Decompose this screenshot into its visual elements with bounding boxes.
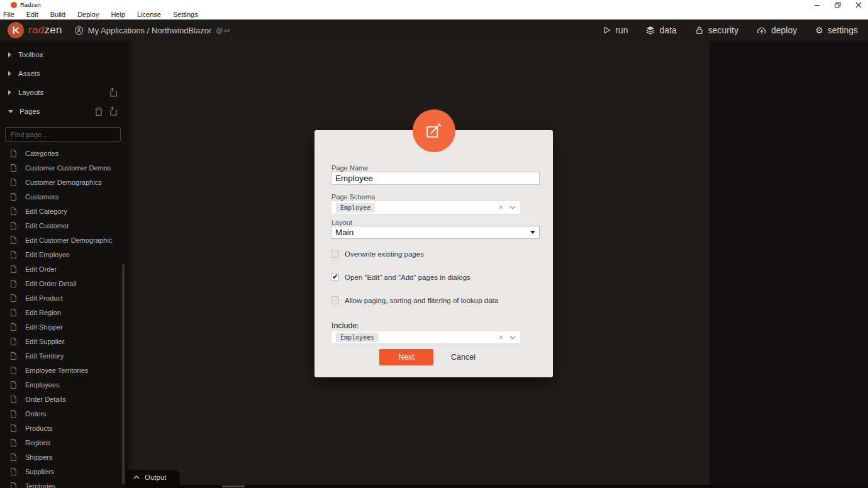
- sidebar-section-toolbox[interactable]: Toolbox: [0, 45, 126, 64]
- page-name-label: Page Name: [331, 164, 368, 172]
- page-icon: [9, 337, 17, 346]
- radzen-app-window: Radzen File Edit Build Deploy Help Licen…: [0, 0, 868, 488]
- breadcrumb[interactable]: My Applications / NorthwindBlazor @ c#: [74, 26, 230, 35]
- cancel-button[interactable]: Cancel: [451, 349, 476, 365]
- page-list-item-orders[interactable]: Orders: [0, 406, 126, 421]
- page-list-item-edit-customer[interactable]: Edit Customer: [0, 218, 126, 233]
- minimize-icon[interactable]: [814, 2, 820, 8]
- page-list-item-regions[interactable]: Regions: [0, 435, 126, 450]
- menu-help[interactable]: Help: [111, 11, 125, 18]
- data-button[interactable]: data: [646, 25, 676, 35]
- restore-icon[interactable]: [835, 2, 841, 8]
- page-list-item-categories[interactable]: Categories: [0, 146, 126, 160]
- page-icon: [9, 366, 17, 375]
- chevron-right-icon: [8, 52, 11, 57]
- overwrite-row: Overwrite existing pages: [331, 250, 424, 258]
- close-icon[interactable]: [855, 2, 862, 8]
- page-name-input[interactable]: [331, 172, 540, 185]
- page-list-item-edit-order-detail[interactable]: Edit Order Detail: [0, 276, 126, 291]
- security-button[interactable]: security: [695, 25, 738, 35]
- my-applications-icon: [74, 26, 84, 35]
- page-list-item-suppliers[interactable]: Suppliers: [0, 464, 126, 479]
- open-in-dialogs-checkbox[interactable]: [331, 273, 339, 281]
- deploy-button[interactable]: deploy: [757, 25, 797, 35]
- page-icon: [9, 250, 17, 259]
- page-list-item-territories[interactable]: Territories: [0, 479, 126, 488]
- page-list-item-order-details[interactable]: Order Details: [0, 392, 126, 406]
- sidebar-scrollbar[interactable]: [122, 264, 125, 484]
- page-list-item-edit-territory[interactable]: Edit Territory: [0, 348, 126, 363]
- page-icon: [9, 279, 17, 288]
- find-page-input[interactable]: [5, 127, 121, 141]
- page-icon: [9, 164, 17, 172]
- chevron-down-icon[interactable]: [509, 336, 516, 340]
- design-canvas: Page Name Page Schema Employee × Layout …: [126, 41, 709, 488]
- overwrite-checkbox[interactable]: [331, 250, 339, 258]
- page-icon: [9, 149, 17, 158]
- cloud-upload-icon: [757, 26, 767, 35]
- page-list-item-employees[interactable]: Employees: [0, 377, 126, 392]
- run-button[interactable]: run: [604, 25, 628, 35]
- page-list-item-edit-supplier[interactable]: Edit Supplier: [0, 334, 126, 348]
- include-picker[interactable]: Employees ×: [331, 331, 521, 344]
- menu-settings[interactable]: Settings: [173, 11, 198, 18]
- horizontal-scrollbar[interactable]: [222, 485, 245, 487]
- menu-license[interactable]: License: [137, 11, 161, 18]
- breadcrumb-text: My Applications / NorthwindBlazor: [88, 26, 212, 35]
- page-list-item-shippers[interactable]: Shippers: [0, 450, 126, 464]
- new-layout-icon[interactable]: [109, 87, 118, 97]
- sidebar-section-pages[interactable]: Pages: [0, 102, 126, 121]
- delete-pages-icon[interactable]: [94, 106, 103, 116]
- page-list-item-edit-order[interactable]: Edit Order: [0, 262, 126, 276]
- layout-select[interactable]: Main: [331, 226, 540, 239]
- clear-icon[interactable]: ×: [499, 333, 503, 342]
- page-list-item-edit-category[interactable]: Edit Category: [0, 204, 126, 218]
- chevron-right-icon: [8, 71, 11, 76]
- layers-icon: [646, 26, 655, 35]
- sidebar-section-assets[interactable]: Assets: [0, 64, 126, 83]
- chevron-right-icon: [8, 90, 11, 95]
- radzen-app-icon: [11, 2, 17, 8]
- menu-edit[interactable]: Edit: [26, 11, 38, 18]
- page-list-item-edit-region[interactable]: Edit Region: [0, 305, 126, 319]
- page-list-item-edit-customer-demographic[interactable]: Edit Customer Demographic: [0, 233, 126, 247]
- dropdown-arrow-icon: [530, 231, 535, 234]
- logo-text-rad: rad: [28, 24, 44, 36]
- page-icon: [9, 395, 17, 404]
- new-page-icon[interactable]: [109, 106, 118, 116]
- menu-file[interactable]: File: [3, 11, 14, 18]
- page-list-item-products[interactable]: Products: [0, 421, 126, 435]
- page-icon: [9, 323, 17, 331]
- allow-paging-checkbox[interactable]: [331, 296, 339, 304]
- page-icon: [9, 294, 17, 302]
- lock-icon: [695, 26, 704, 35]
- page-list-item-employee-territories[interactable]: Employee Territories: [0, 363, 126, 377]
- page-icon: [9, 207, 17, 216]
- clear-icon[interactable]: ×: [499, 203, 503, 212]
- chevron-down-icon[interactable]: [509, 206, 516, 209]
- page-list-item-customer-customer-demos[interactable]: Customer Customer Demos: [0, 160, 126, 175]
- page-icon: [9, 453, 17, 462]
- new-page-dialog: Page Name Page Schema Employee × Layout …: [314, 130, 553, 377]
- page-list-item-customers[interactable]: Customers: [0, 189, 126, 204]
- page-icon: [9, 409, 17, 418]
- page-list-item-edit-shipper[interactable]: Edit Shipper: [0, 319, 126, 334]
- page-schema-picker[interactable]: Employee ×: [331, 201, 521, 214]
- logo-text-zen: zen: [44, 24, 62, 36]
- app-header: radzen My Applications / NorthwindBlazor…: [0, 19, 868, 41]
- menu-build[interactable]: Build: [50, 11, 65, 18]
- next-button[interactable]: Next: [379, 349, 433, 365]
- include-label: Include:: [331, 321, 359, 330]
- output-tab[interactable]: Output: [126, 470, 180, 485]
- page-list-item-edit-product[interactable]: Edit Product: [0, 291, 126, 305]
- page-icon: [9, 482, 17, 488]
- page-list-item-edit-employee[interactable]: Edit Employee: [0, 247, 126, 262]
- window-title: Radzen: [20, 1, 41, 8]
- menu-deploy[interactable]: Deploy: [77, 11, 99, 18]
- sidebar-section-layouts[interactable]: Layouts: [0, 83, 126, 102]
- settings-button[interactable]: ⚙ settings: [815, 25, 858, 35]
- page-icon: [9, 380, 17, 389]
- page-list-item-customer-demographics[interactable]: Customer Demographics: [0, 175, 126, 189]
- page-icon: [9, 178, 17, 187]
- page-list: Categories Customer Customer Demos Custo…: [0, 146, 126, 488]
